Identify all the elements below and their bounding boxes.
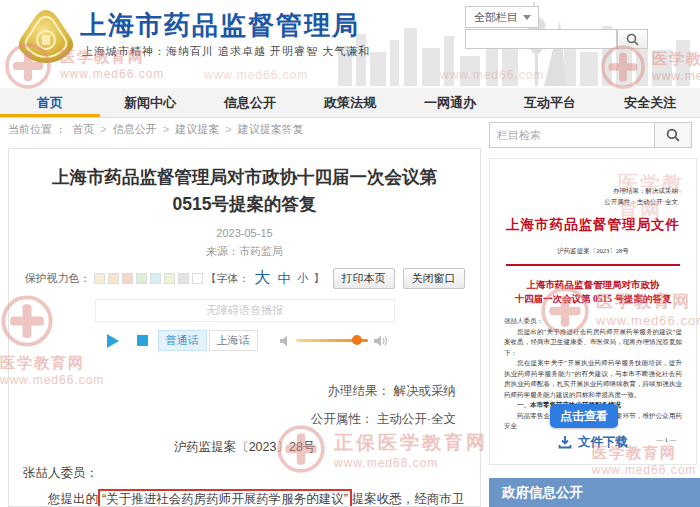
breadcrumb-proposals[interactable]: 建议提案 [175,123,219,135]
print-button[interactable]: 打印本页 [333,268,395,289]
nav-item-policies[interactable]: 政策法规 [300,88,400,117]
font-size-medium-button[interactable]: 中 [278,270,291,288]
nav-item-safety[interactable]: 安全关注 [600,88,700,117]
chevron-down-icon [523,15,531,20]
audio-player: 普通话 上海话 [95,330,395,351]
page: 上海市药品监督管理局 上海城市精神：海纳百川 追求卓越 开明睿智 大气谦和 全部… [0,0,700,507]
nav-item-interaction[interactable]: 互动平台 [500,88,600,117]
search-icon [666,128,680,142]
breadcrumb-current: 建议提案答复 [238,123,304,135]
eye-protect-label: 保护视力色： [25,271,91,286]
document-preview[interactable]: 办理结果：解决或采纳 公开属性：主动公开·全文 上海市药品监督管理局文件 沪药监… [490,159,696,443]
paragraph-prefix: 您提出的 [48,492,98,506]
site-search-button[interactable] [617,29,648,49]
preview-document-number: 沪药监提案〔2023〕28号 [504,247,682,256]
eye-color-swatch-8[interactable] [192,273,203,284]
breadcrumb-info-disclosure[interactable]: 信息公开 [113,123,157,135]
close-window-button[interactable]: 关闭窗口 [403,268,465,289]
article-date: 2023-05-15 [9,227,480,239]
document-number: 沪药监提案〔2023〕28号 [9,439,480,456]
volume-low-icon [280,335,290,347]
eye-color-swatch-2[interactable] [108,273,119,284]
category-dropdown[interactable]: 全部栏目 [465,6,539,28]
preview-title: 上海市药品监督管理局对市政协 十四届一次会议第 0515 号提案的答复 [504,278,682,306]
site-header: 上海市药品监督管理局 上海城市精神：海纳百川 追求卓越 开明睿智 大气谦和 全部… [0,0,700,86]
site-title: 上海市药品监督管理局 [80,8,360,43]
gov-info-disclosure-section[interactable]: 政府信息公开 [489,478,700,507]
eye-color-swatch-4[interactable] [136,273,147,284]
eye-color-swatch-3[interactable] [122,273,133,284]
eye-color-swatch-7[interactable] [178,273,189,284]
preview-letterhead: 上海市药品监督管理局文件 [504,216,682,234]
highlighted-proposal-title: “关于推进社会药房药师开展药学服务的建议” [98,489,352,507]
accessibility-voice-banner[interactable]: 无障碍语音播报 [95,299,395,322]
article-paragraph: 您提出的“关于推进社会药房药师开展药学服务的建议”提案收悉，经商市卫生健康委、市… [9,487,480,507]
file-download-label: 文件下载 [578,435,628,449]
preview-meta-visibility: 公开属性：主动公开·全文 [504,196,682,207]
preview-meta-result: 办理结果：解决或采纳 [504,185,682,196]
font-size-small-button[interactable]: 小 [298,271,309,286]
article-source: 来源：市药监局 [9,244,480,259]
search-icon [626,33,639,46]
article-title: 上海市药品监督管理局对市政协十四届一次会议第0515号提案的答复 [35,164,454,218]
stop-icon[interactable] [137,335,148,346]
main-nav: 首页 新闻中心 信息公开 政策法规 一网通办 互动平台 安全关注 [0,88,700,118]
column-search-button[interactable] [654,122,692,148]
lang-tab-shanghainese[interactable]: 上海话 [209,330,258,351]
lang-tab-mandarin[interactable]: 普通话 [158,330,207,351]
volume-slider-handle[interactable] [352,335,362,345]
play-icon[interactable] [107,334,119,348]
file-download-button[interactable]: 文件下载 [489,434,697,451]
disclosure-attribute: 公开属性： 主动公开·全文 [9,411,480,428]
nav-item-info-disclosure[interactable]: 信息公开 [200,88,300,117]
eye-color-swatch-6[interactable] [164,273,175,284]
volume-high-icon [374,335,389,347]
font-size-large-button[interactable]: 大 [255,268,271,289]
nav-item-home[interactable]: 首页 [0,88,100,117]
site-motto: 上海城市精神：海纳百川 追求卓越 开明睿智 大气谦和 [82,44,370,59]
view-document-button[interactable]: 点击查看 [550,404,618,428]
site-search-input[interactable] [465,29,617,49]
eye-color-swatch-5[interactable] [150,273,161,284]
breadcrumb-home[interactable]: 首页 [72,123,94,135]
eye-color-swatch-1[interactable] [94,273,105,284]
volume-control [280,335,389,347]
breadcrumb: 当前位置 ： 首页 > 信息公开 > 建议提案 > 建议提案答复 [8,122,307,137]
reader-toolbar: 保护视力色： 【字体： 大 中 小 】 打印本页 关闭窗口 [9,268,480,289]
breadcrumb-label: 当前位置 ： [8,123,66,135]
volume-slider[interactable] [296,339,368,342]
download-icon [558,435,572,449]
article-card: 上海市药品监督管理局对市政协十四届一次会议第0515号提案的答复 2023-05… [8,148,481,507]
column-search-input[interactable] [489,122,655,148]
preview-red-rule [506,264,680,266]
font-size-label: 【字体： [206,271,250,286]
agency-logo [16,8,76,66]
category-dropdown-value: 全部栏目 [474,11,518,23]
nav-item-services[interactable]: 一网通办 [400,88,500,117]
font-size-label-close: 】 [314,271,325,286]
handling-result: 办理结果： 解决或采纳 [9,383,480,400]
nav-item-news[interactable]: 新闻中心 [100,88,200,117]
salutation: 张喆人委员： [9,465,480,482]
